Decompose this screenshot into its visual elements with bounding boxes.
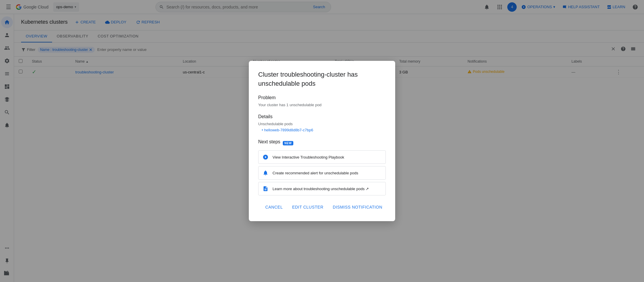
modal-details-title: Details <box>258 114 386 119</box>
step-alert-text: Create recommended alert for unschedulab… <box>273 171 358 175</box>
next-steps-title: Next steps <box>258 139 280 145</box>
step-playbook[interactable]: View Interactive Troubleshooting Playboo… <box>258 150 386 164</box>
modal-details-section: Details Unschedulable pods helloweb-7899… <box>258 114 386 132</box>
pod-link[interactable]: helloweb-7899d8d8b7-c7bp6 <box>258 128 386 132</box>
edit-cluster-button[interactable]: EDIT CLUSTER <box>289 202 327 212</box>
next-steps-header: Next steps NEW <box>258 139 386 147</box>
modal-next-steps-section: Next steps NEW View Interactive Troubles… <box>258 139 386 195</box>
modal-details-label: Unschedulable pods <box>258 122 386 126</box>
modal-footer: CANCEL EDIT CLUSTER DISMISS NOTIFICATION <box>258 202 386 212</box>
step-learn[interactable]: Learn more about troubleshooting unsched… <box>258 182 386 195</box>
modal-overlay: Cluster troubleshooting-cluster has unsc… <box>0 0 644 282</box>
step-alert[interactable]: Create recommended alert for unschedulab… <box>258 166 386 180</box>
step-learn-text: Learn more about troubleshooting unsched… <box>273 187 369 191</box>
modal: Cluster troubleshooting-cluster has unsc… <box>249 61 395 221</box>
alert-bell-icon <box>262 169 269 176</box>
dismiss-notification-button[interactable]: DISMISS NOTIFICATION <box>329 202 386 212</box>
step-playbook-text: View Interactive Troubleshooting Playboo… <box>273 155 344 159</box>
modal-problem-text: Your cluster has 1 unschedulable pod <box>258 103 386 107</box>
cancel-button[interactable]: CANCEL <box>262 202 286 212</box>
modal-title: Cluster troubleshooting-cluster has unsc… <box>258 70 386 88</box>
doc-icon <box>262 185 269 192</box>
playbook-icon <box>262 154 269 161</box>
modal-problem-title: Problem <box>258 95 386 100</box>
modal-problem-section: Problem Your cluster has 1 unschedulable… <box>258 95 386 107</box>
new-badge: NEW <box>283 141 294 145</box>
